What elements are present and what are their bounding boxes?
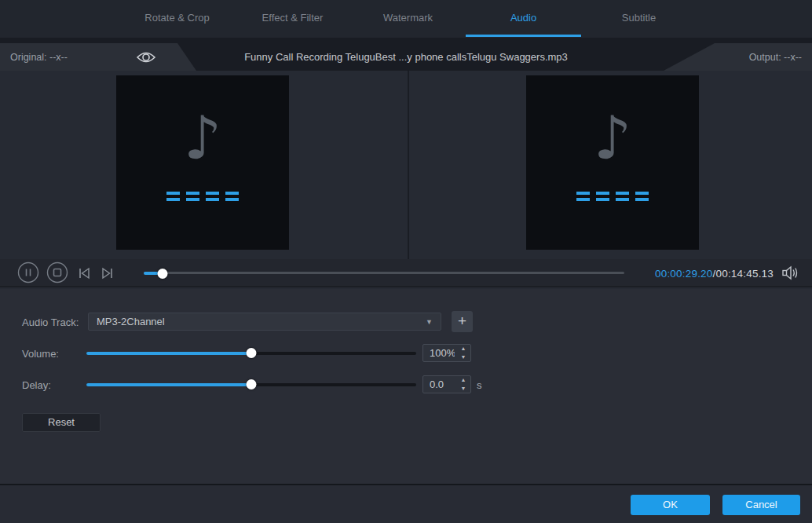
volume-slider[interactable] [86,348,416,358]
volume-spinbox: ▲ ▼ [422,344,471,362]
next-frame-button[interactable] [101,267,113,280]
output-preview: ♪ [526,75,699,250]
output-resolution-label: Output: --x-- [749,43,802,71]
current-time: 00:00:29.20 [655,268,713,280]
progress-slider[interactable] [144,270,624,276]
volume-fill [86,352,251,355]
audio-edit-window: Rotate & Crop Effect & Filter Watermark … [0,0,812,523]
file-name: Funny Call Recording TeluguBest ...y pho… [0,43,812,71]
delay-spin-down-button[interactable]: ▼ [456,385,470,393]
tab-effect-filter[interactable]: Effect & Filter [235,0,350,38]
cancel-button[interactable]: Cancel [722,495,800,515]
reset-button[interactable]: Reset [22,413,101,432]
volume-spin-down-button[interactable]: ▼ [456,353,470,362]
volume-input[interactable] [423,345,456,361]
volume-thumb[interactable] [247,348,257,358]
equalizer-icon [576,192,649,201]
delay-unit-label: s [477,379,482,391]
add-audio-track-button[interactable]: + [452,311,473,332]
preview-header: Original: --x-- Funny Call Recording Tel… [0,38,812,71]
music-note-icon: ♪ [116,108,289,168]
preview-divider [408,71,409,259]
footer-bar: OK Cancel [0,484,812,523]
progress-thumb[interactable] [158,269,168,279]
tab-subtitle[interactable]: Subtitle [581,0,697,38]
audio-settings-panel: Audio Track: MP3-2Channel ▼ + Volume: ▲ … [0,289,812,484]
delay-slider[interactable] [86,379,416,390]
pause-button[interactable] [17,262,39,283]
equalizer-icon [166,192,239,201]
audio-track-label: Audio Track: [22,316,79,328]
progress-track[interactable] [144,272,624,274]
audio-track-select[interactable]: MP3-2Channel ▼ [88,313,441,331]
next-frame-icon [101,267,113,280]
tab-audio[interactable]: Audio [466,0,581,38]
music-note-icon: ♪ [526,108,699,168]
tab-rotate-crop[interactable]: Rotate & Crop [119,0,235,38]
stop-icon [46,262,68,283]
delay-label: Delay: [22,379,51,391]
delay-input[interactable] [423,376,456,393]
pause-icon [17,262,39,283]
original-preview: ♪ [116,75,289,250]
tab-bar: Rotate & Crop Effect & Filter Watermark … [0,0,812,38]
delay-thumb[interactable] [247,379,257,390]
tab-watermark[interactable]: Watermark [350,0,466,38]
playback-bar: 00:00:29.20/00:14:45.13 [0,259,812,287]
preview-area: ♪ ♪ [0,71,812,259]
delay-spin-up-button[interactable]: ▲ [456,376,470,385]
eye-icon[interactable] [136,50,156,64]
ok-button[interactable]: OK [631,495,710,515]
audio-track-value: MP3-2Channel [89,316,165,327]
time-display: 00:00:29.20/00:14:45.13 [655,259,774,287]
volume-label: Volume: [22,348,59,360]
previous-frame-icon [79,267,91,280]
volume-spin-up-button[interactable]: ▲ [456,345,470,353]
stop-button[interactable] [46,262,68,283]
speaker-icon[interactable] [781,265,799,280]
previous-frame-button[interactable] [79,267,91,280]
chevron-down-icon: ▼ [426,318,433,326]
delay-fill [86,383,251,386]
delay-spinbox: ▲ ▼ [422,375,471,393]
total-time: /00:14:45.13 [713,268,774,280]
